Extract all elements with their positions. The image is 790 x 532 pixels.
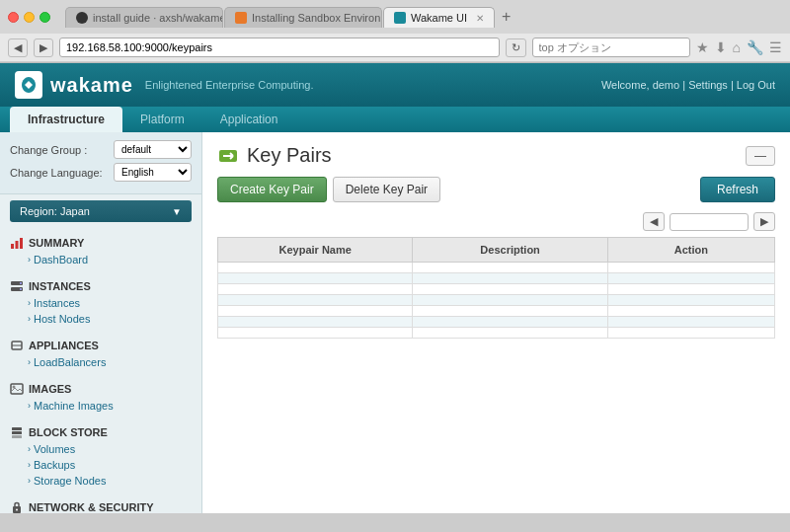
minimize-window-button[interactable]: [24, 12, 35, 23]
change-language-label: Change Language:: [10, 167, 114, 179]
browser-tabs: install guide · axsh/wakame-... ✕ Instal…: [65, 6, 516, 28]
sidebar-section-images: IMAGES › Machine Images: [0, 372, 201, 416]
nav-tab-infrastructure[interactable]: Infrastructure: [10, 107, 122, 132]
cell-name: [218, 273, 413, 284]
browser-toolbar: ◀ ▶ ↻ ★ ⬇ ⌂ 🔧 ☰: [0, 34, 790, 62]
refresh-button[interactable]: Refresh: [700, 177, 775, 202]
section-title-summary: SUMMARY: [29, 237, 84, 249]
sidebar-item-volumes[interactable]: › Volumes: [10, 441, 192, 457]
svg-rect-2: [20, 238, 23, 249]
user-area: Welcome, demo | Settings | Log Out: [601, 79, 775, 91]
sidebar-item-instances[interactable]: › Instances: [10, 295, 192, 311]
section-header-appliances: Appliances: [10, 335, 192, 354]
region-button[interactable]: Region: Japan ▼: [10, 200, 192, 222]
maximize-window-button[interactable]: [40, 12, 50, 23]
tab-label-3: Wakame UI: [411, 12, 467, 24]
cell-action: [607, 328, 774, 339]
cell-desc: [413, 328, 607, 339]
address-bar[interactable]: [59, 38, 500, 57]
sidebar-item-label: Machine Images: [34, 400, 114, 412]
sidebar-item-host-nodes[interactable]: › Host Nodes: [10, 311, 192, 327]
sidebar-item-storage-nodes[interactable]: › Storage Nodes: [10, 473, 192, 489]
sidebar-item-label: Instances: [34, 297, 80, 309]
nav-tab-platform-label: Platform: [140, 113, 185, 126]
bookmark-icon[interactable]: ★: [696, 39, 709, 55]
lock-icon: [10, 500, 24, 513]
browser-titlebar: install guide · axsh/wakame-... ✕ Instal…: [0, 0, 790, 34]
svg-point-15: [16, 509, 18, 511]
menu-icon[interactable]: ☰: [769, 39, 782, 55]
sidebar-item-machine-images[interactable]: › Machine Images: [10, 398, 192, 414]
svg-rect-11: [12, 427, 22, 430]
tab-label-2: Installing Sandbox Environment ...: [252, 12, 382, 24]
nav-tab-application-label: Application: [220, 113, 278, 126]
search-bar[interactable]: [532, 38, 690, 57]
sidebar-item-backups[interactable]: › Backups: [10, 457, 192, 473]
reload-button[interactable]: ↻: [506, 38, 526, 57]
action-bar: Create Key Pair Delete Key Pair Refresh: [217, 177, 775, 202]
change-group-select[interactable]: default: [114, 140, 192, 159]
settings-link[interactable]: Settings: [688, 79, 728, 91]
svg-rect-13: [12, 435, 22, 438]
change-language-select[interactable]: English: [114, 163, 192, 182]
chevron-icon: ›: [28, 357, 31, 367]
tab-close-3[interactable]: ✕: [476, 13, 484, 24]
chevron-icon: ›: [28, 401, 31, 411]
extensions-icon[interactable]: 🔧: [747, 39, 763, 55]
wakame-logo-svg: [18, 74, 40, 96]
delete-key-pair-button[interactable]: Delete Key Pair: [333, 177, 440, 202]
forward-button[interactable]: ▶: [34, 38, 53, 57]
column-header-name: Keypair Name: [218, 238, 413, 263]
nav-tab-platform[interactable]: Platform: [122, 107, 202, 132]
logo-area: wakame Enlightened Enterprise Computing.: [15, 71, 313, 99]
close-window-button[interactable]: [8, 12, 19, 23]
svg-rect-12: [12, 431, 22, 434]
logout-link[interactable]: Log Out: [737, 79, 775, 91]
next-page-button[interactable]: ▶: [753, 212, 775, 231]
nav-tab-application[interactable]: Application: [202, 107, 296, 132]
sidebar-section-appliances: Appliances › LoadBalancers: [0, 329, 201, 372]
back-button[interactable]: ◀: [8, 38, 28, 57]
cell-action: [607, 263, 774, 273]
chevron-icon: ›: [28, 476, 31, 486]
cell-desc: [413, 295, 607, 306]
table-row: [218, 263, 775, 273]
sidebar-section-summary: SUMMARY › DashBoard: [0, 226, 201, 269]
tab-label-1: install guide · axsh/wakame-...: [93, 12, 223, 24]
key-pairs-icon: [217, 145, 239, 167]
browser-tab-3[interactable]: Wakame UI ✕: [383, 7, 495, 28]
collapse-button[interactable]: —: [746, 146, 775, 166]
browser-tab-1[interactable]: install guide · axsh/wakame-... ✕: [65, 7, 223, 28]
prev-page-button[interactable]: ◀: [643, 212, 665, 231]
cell-name: [218, 263, 413, 273]
cell-name: [218, 284, 413, 295]
sidebar-item-loadbalancers[interactable]: › LoadBalancers: [10, 354, 192, 370]
browser-tab-2[interactable]: Installing Sandbox Environment ... ✕: [224, 7, 382, 28]
sidebar-item-label: Storage Nodes: [34, 475, 106, 487]
cell-name: [218, 317, 413, 328]
cell-action: [607, 317, 774, 328]
home-icon[interactable]: ⌂: [733, 39, 741, 55]
sidebar-item-dashboard[interactable]: › DashBoard: [10, 252, 192, 267]
chevron-icon: ›: [28, 444, 31, 454]
sidebar-item-label: Backups: [34, 459, 75, 471]
sidebar-item-label: LoadBalancers: [34, 356, 106, 368]
sidebar-item-label: Volumes: [34, 443, 75, 455]
section-header-block-store: BLOCK STORE: [10, 421, 192, 441]
page-input[interactable]: [670, 213, 749, 231]
nav-tab-infrastructure-label: Infrastructure: [28, 113, 105, 126]
app-container: wakame Enlightened Enterprise Computing.…: [0, 63, 790, 513]
app-nav: Infrastructure Platform Application: [0, 107, 790, 132]
new-tab-button[interactable]: +: [496, 6, 516, 28]
window-controls: [8, 12, 50, 23]
tab-favicon-1: [76, 12, 88, 24]
storage-icon: [10, 425, 24, 439]
logo-tagline: Enlightened Enterprise Computing.: [145, 79, 314, 91]
table-row: [218, 273, 775, 284]
download-icon[interactable]: ⬇: [715, 39, 727, 55]
section-header-network-security: NETWORK & SECURITY: [10, 496, 192, 513]
cell-name: [218, 328, 413, 339]
page-title: Key Pairs: [247, 144, 332, 167]
table-row: [218, 306, 775, 317]
create-key-pair-button[interactable]: Create Key Pair: [217, 177, 327, 202]
